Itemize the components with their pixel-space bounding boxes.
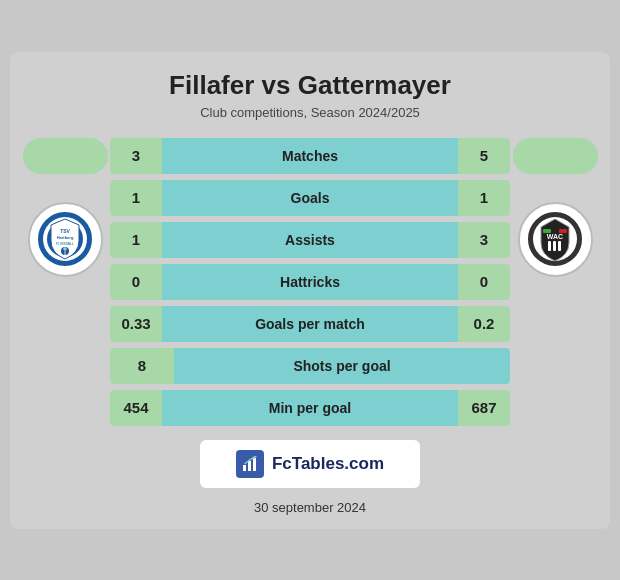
stat-row: 1Goals1 [110, 180, 510, 216]
fctables-banner: FcTables.com [200, 440, 420, 488]
comparison-card: Fillafer vs Gattermayer Club competition… [10, 52, 610, 529]
stat-left-value: 3 [110, 138, 162, 174]
svg-text:FUSSBALL: FUSSBALL [56, 242, 74, 246]
svg-rect-15 [543, 229, 551, 233]
svg-text:Hartberg: Hartberg [57, 235, 74, 240]
stat-label: Goals [162, 180, 458, 216]
date-label: 30 september 2024 [20, 500, 600, 515]
stat-left-value: 454 [110, 390, 162, 426]
fctables-icon [236, 450, 264, 478]
stat-left-value: 8 [110, 348, 174, 384]
left-team-logo-area: TSV Hartberg FUSSBALL [20, 138, 110, 277]
stat-left-value: 0 [110, 264, 162, 300]
stat-row: 0Hattricks0 [110, 264, 510, 300]
fctables-label: FcTables.com [272, 454, 384, 474]
svg-rect-12 [548, 241, 551, 251]
left-team-logo: TSV Hartberg FUSSBALL [28, 202, 103, 277]
stat-label: Min per goal [162, 390, 458, 426]
svg-rect-13 [553, 241, 556, 251]
stat-right-value: 0 [458, 264, 510, 300]
stat-label: Assists [162, 222, 458, 258]
stat-left-value: 1 [110, 180, 162, 216]
svg-rect-17 [243, 465, 246, 471]
right-oval-pill [513, 138, 598, 174]
stat-label: Hattricks [162, 264, 458, 300]
svg-rect-16 [559, 229, 567, 233]
stat-label: Matches [162, 138, 458, 174]
right-team-logo: WAC [518, 202, 593, 277]
svg-rect-19 [253, 458, 256, 471]
svg-text:WAC: WAC [547, 233, 563, 240]
svg-rect-14 [558, 241, 561, 251]
stat-label: Goals per match [162, 306, 458, 342]
stat-right-value: 0.2 [458, 306, 510, 342]
stat-row: 1Assists3 [110, 222, 510, 258]
stats-column: 3Matches51Goals11Assists30Hattricks00.33… [110, 138, 510, 426]
svg-rect-18 [248, 461, 251, 471]
stat-row: 8Shots per goal [110, 348, 510, 384]
page-title: Fillafer vs Gattermayer [20, 70, 600, 101]
stat-row: 3Matches5 [110, 138, 510, 174]
stat-right-value: 687 [458, 390, 510, 426]
stat-left-value: 1 [110, 222, 162, 258]
page-subtitle: Club competitions, Season 2024/2025 [20, 105, 600, 120]
left-oval-pill [23, 138, 108, 174]
right-team-logo-area: WAC [510, 138, 600, 277]
stat-row: 0.33Goals per match0.2 [110, 306, 510, 342]
stat-row: 454Min per goal687 [110, 390, 510, 426]
stat-right-value: 3 [458, 222, 510, 258]
stat-right-value: 1 [458, 180, 510, 216]
stat-left-value: 0.33 [110, 306, 162, 342]
svg-text:TSV: TSV [60, 228, 70, 234]
stat-right-value: 5 [458, 138, 510, 174]
stat-label: Shots per goal [174, 348, 510, 384]
